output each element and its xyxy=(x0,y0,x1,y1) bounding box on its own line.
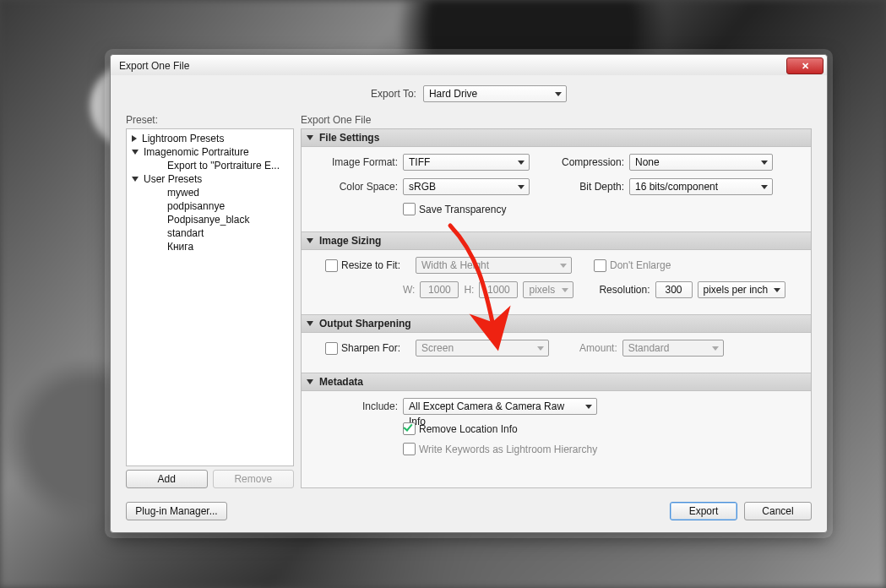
section-image-sizing-body: Resize to Fit: Width & Height Don't Enla… xyxy=(302,250,811,314)
remove-preset-button[interactable]: Remove xyxy=(213,470,295,488)
section-title: Output Sharpening xyxy=(319,318,411,329)
sharpen-for-value: Screen xyxy=(421,342,454,354)
dim-units-dropdown: pixels xyxy=(523,281,573,298)
sharpen-for-checkbox[interactable]: Sharpen For: xyxy=(325,342,400,355)
chevron-down-icon xyxy=(307,321,313,326)
preset-item-podpisanye-black[interactable]: Podpisanye_black xyxy=(128,213,291,226)
checkbox-icon xyxy=(403,443,416,455)
export-to-value: Hard Drive xyxy=(429,88,477,100)
section-output-sharpening-body: Sharpen For: Screen Amount: Standard xyxy=(302,333,811,373)
remove-location-label: Remove Location Info xyxy=(419,423,518,435)
preset-group-user[interactable]: User Presets xyxy=(128,172,291,186)
settings-scroll-area[interactable]: File Settings Image Format: TIFF Compres… xyxy=(301,128,812,488)
section-file-settings-body: Image Format: TIFF Compression: None Col… xyxy=(302,147,811,231)
tree-label: Книга xyxy=(167,241,193,253)
titlebar: Export One File ✕ xyxy=(111,55,827,75)
export-to-row: Export To: Hard Drive xyxy=(126,85,812,102)
tree-label: Imagenomic Portraiture xyxy=(144,146,249,158)
amount-label: Amount: xyxy=(579,342,617,354)
section-title: Image Sizing xyxy=(319,235,381,247)
preset-item-portraiture[interactable]: Export to "Portraiture E... xyxy=(128,159,291,172)
preset-tree[interactable]: Lightroom Presets Imagenomic Portraiture… xyxy=(126,128,294,466)
write-keywords-checkbox: Write Keywords as Lightroom Hierarchy xyxy=(403,443,597,455)
bit-depth-value: 16 bits/component xyxy=(635,181,718,193)
include-dropdown[interactable]: All Except Camera & Camera Raw Info xyxy=(403,398,597,415)
save-transparency-checkbox[interactable]: Save Transparency xyxy=(403,203,506,215)
resolution-units-dropdown[interactable]: pixels per inch xyxy=(698,281,785,298)
preset-item-mywed[interactable]: mywed xyxy=(128,186,291,199)
close-icon: ✕ xyxy=(802,61,809,72)
sharpen-for-label: Sharpen For: xyxy=(341,342,400,354)
amount-value: Standard xyxy=(628,342,670,354)
chevron-right-icon xyxy=(132,135,137,142)
sharpen-for-dropdown: Screen xyxy=(416,340,549,357)
tree-label: Lightroom Presets xyxy=(142,133,224,144)
cancel-button[interactable]: Cancel xyxy=(744,502,812,520)
checkbox-icon xyxy=(403,203,416,215)
compression-dropdown[interactable]: None xyxy=(629,154,773,171)
dont-enlarge-checkbox: Don't Enlarge xyxy=(594,259,671,272)
dialog-footer: Plug-in Manager... Export Cancel xyxy=(126,502,812,520)
height-field: 1000 xyxy=(479,281,518,298)
preset-item-standart[interactable]: standart xyxy=(128,226,291,240)
write-keywords-label: Write Keywords as Lightroom Hierarchy xyxy=(419,444,597,455)
include-label: Include: xyxy=(313,400,398,412)
resolution-field[interactable]: 300 xyxy=(655,281,693,298)
checkbox-icon xyxy=(325,342,338,355)
checkbox-icon xyxy=(325,259,338,272)
dont-enlarge-label: Don't Enlarge xyxy=(610,259,671,271)
window-title: Export One File xyxy=(119,60,189,72)
section-title: File Settings xyxy=(319,132,379,144)
image-format-value: TIFF xyxy=(409,156,430,168)
preset-item-podpisannye[interactable]: podpisannye xyxy=(128,199,291,213)
section-output-sharpening-header[interactable]: Output Sharpening xyxy=(302,314,811,333)
resolution-label: Resolution: xyxy=(599,284,650,296)
width-label: W: xyxy=(403,284,415,296)
chevron-down-icon xyxy=(307,238,313,243)
chevron-down-icon xyxy=(132,177,139,182)
preset-item-kniga[interactable]: Книга xyxy=(128,240,291,253)
tree-label: standart xyxy=(167,227,204,239)
color-space-label: Color Space: xyxy=(313,181,398,193)
export-button[interactable]: Export xyxy=(670,502,737,520)
tree-label: Podpisanye_black xyxy=(167,214,249,226)
color-space-value: sRGB xyxy=(409,181,436,193)
dim-units-value: pixels xyxy=(529,284,555,296)
section-title: Metadata xyxy=(319,376,363,388)
close-button[interactable]: ✕ xyxy=(786,57,823,74)
section-metadata-header[interactable]: Metadata xyxy=(302,373,811,391)
export-to-dropdown[interactable]: Hard Drive xyxy=(423,85,567,102)
resize-to-fit-checkbox[interactable]: Resize to Fit: xyxy=(325,259,400,272)
resize-mode-dropdown: Width & Height xyxy=(416,257,572,274)
tree-label: Export to "Portraiture E... xyxy=(167,160,280,172)
export-to-label: Export To: xyxy=(371,88,416,100)
width-field: 1000 xyxy=(420,281,459,298)
chevron-down-icon xyxy=(307,135,313,140)
preset-heading: Preset: xyxy=(126,114,294,126)
right-heading: Export One File xyxy=(301,114,812,126)
image-format-dropdown[interactable]: TIFF xyxy=(403,154,530,171)
tree-label: mywed xyxy=(167,187,199,199)
checkbox-icon xyxy=(594,259,606,272)
section-image-sizing-header[interactable]: Image Sizing xyxy=(302,231,811,250)
save-transparency-label: Save Transparency xyxy=(419,204,506,215)
compression-value: None xyxy=(635,156,660,168)
amount-dropdown: Standard xyxy=(622,340,724,357)
plugin-manager-button[interactable]: Plug-in Manager... xyxy=(126,502,227,520)
section-file-settings-header[interactable]: File Settings xyxy=(302,129,811,147)
chevron-down-icon xyxy=(132,150,139,155)
height-label: H: xyxy=(464,284,474,296)
image-format-label: Image Format: xyxy=(313,156,398,168)
bit-depth-dropdown[interactable]: 16 bits/component xyxy=(629,178,773,195)
preset-group-lightroom[interactable]: Lightroom Presets xyxy=(128,132,291,145)
compression-label: Compression: xyxy=(557,156,624,168)
preset-group-imagenomic[interactable]: Imagenomic Portraiture xyxy=(128,145,291,159)
resolution-units-value: pixels per inch xyxy=(704,284,769,296)
export-dialog: Export One File ✕ Export To: Hard Drive … xyxy=(110,54,828,533)
checkbox-icon xyxy=(403,422,416,435)
color-space-dropdown[interactable]: sRGB xyxy=(403,178,530,195)
add-preset-button[interactable]: Add xyxy=(126,470,208,488)
resize-to-fit-label: Resize to Fit: xyxy=(341,259,400,271)
bit-depth-label: Bit Depth: xyxy=(557,181,624,193)
resize-mode-value: Width & Height xyxy=(421,259,489,271)
